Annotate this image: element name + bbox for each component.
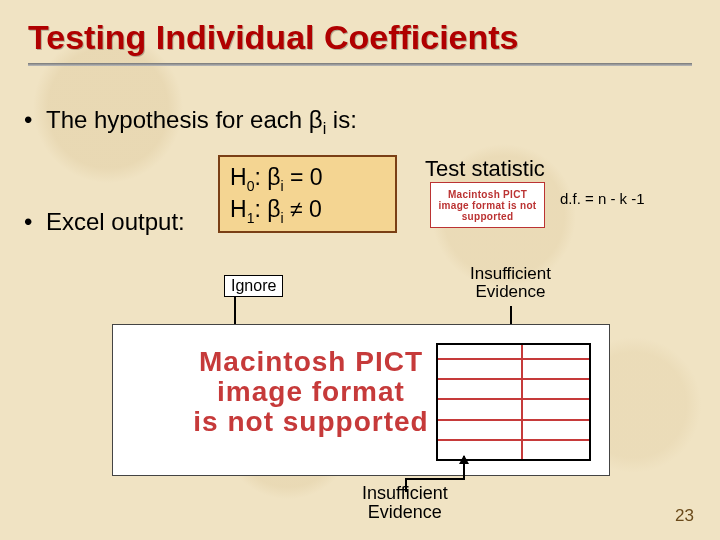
excel-output-placeholder: Macintosh PICT image format is not suppo… [112,324,610,476]
table-row [438,345,589,358]
coefficients-table-outline [436,343,591,461]
h0-beta: : β [254,164,280,190]
pict-big-l2: image format [217,376,405,407]
bullet-hypothesis-prefix: The hypothesis for each [46,106,309,133]
table-row [438,358,589,378]
table-row [438,398,589,418]
insufficient1-line1: Insufficient [470,264,551,283]
insufficient2-arrow [463,456,465,480]
insufficient-evidence-1: Insufficient Evidence [470,265,551,301]
bullet-hypothesis-suffix: is: [326,106,357,133]
h1-ne: ≠ 0 [284,196,322,222]
insufficient-evidence-2: Insufficient Evidence [362,484,448,522]
table-row [438,378,589,398]
h0-line: H0: βi = 0 [230,163,385,195]
insufficient2-connector [405,478,465,480]
pict-big-l1: Macintosh PICT [199,346,423,377]
ignore-label: Ignore [224,275,283,297]
title-underline [28,63,692,66]
table-row [438,419,589,439]
h0-eq: = 0 [284,164,323,190]
insufficient1-line2: Evidence [476,282,546,301]
table-vline [521,345,523,459]
h1-beta: : β [254,196,280,222]
hypothesis-box: H0: βi = 0 H1: βi ≠ 0 [218,155,397,233]
page-number: 23 [675,506,694,526]
degrees-of-freedom: d.f. = n - k -1 [560,190,645,207]
beta-symbol: β [309,106,323,133]
pict-big-l3: is not supported [193,406,428,437]
slide-title: Testing Individual Coefficients [0,0,720,61]
h1-h: H [230,196,247,222]
h0-h: H [230,164,247,190]
h1-line: H1: βi ≠ 0 [230,195,385,227]
bullet-hypothesis: The hypothesis for each βi is: [46,106,720,138]
insufficient2-line2: Evidence [368,502,442,522]
test-statistic-label: Test statistic [425,156,545,182]
insufficient2-line1: Insufficient [362,483,448,503]
pict-placeholder-small: Macintosh PICT image format is not suppo… [430,182,545,228]
